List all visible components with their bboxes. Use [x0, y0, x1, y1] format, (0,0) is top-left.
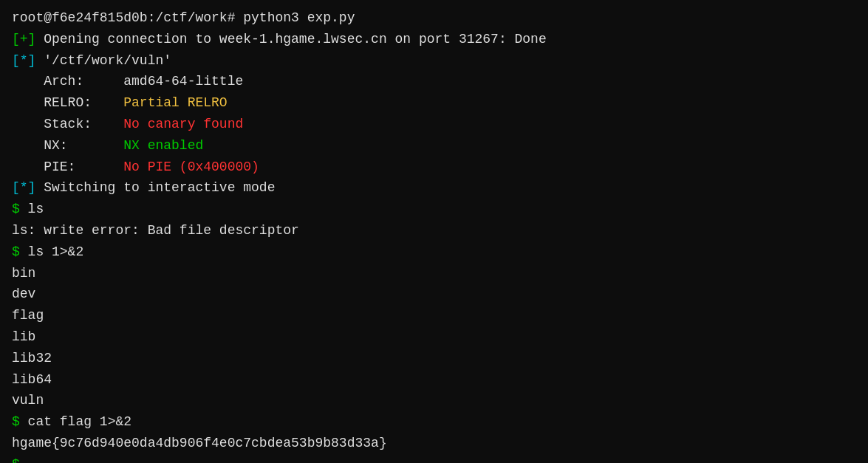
relro-line: RELRO: Partial RELRO	[12, 92, 856, 114]
stack-line: Stack: No canary found	[12, 114, 856, 135]
prompt-ls: $ ls	[12, 199, 856, 220]
dir-vuln: vuln	[12, 390, 856, 411]
cmd-line: root@f6e24f815d0b:/ctf/work# python3 exp…	[12, 7, 856, 29]
dir-lib64: lib64	[12, 369, 856, 391]
flag-output: hgame{9c76d940e0da4db906f4e0c7cbdea53b9b…	[12, 433, 856, 454]
dir-lib: lib	[12, 326, 856, 348]
dir-flag: flag	[12, 305, 856, 326]
dir-lib32: lib32	[12, 348, 856, 369]
ls-error: ls: write error: Bad file descriptor	[12, 220, 856, 241]
prompt-ls-redirect: $ ls 1>&2	[12, 241, 856, 263]
prompt-cat-flag: $ cat flag 1>&2	[12, 411, 856, 433]
nx-line: NX: NX enabled	[12, 135, 856, 157]
pie-line: PIE: No PIE (0x400000)	[12, 157, 856, 178]
arch-line: Arch: amd64-64-little	[12, 71, 856, 92]
opening-connection: [+] Opening connection to week-1.hgame.l…	[12, 29, 856, 50]
switching-mode: [*] Switching to interactive mode	[12, 177, 856, 199]
vuln-path: [*] '/ctf/work/vuln'	[12, 50, 856, 72]
final-prompt: $	[12, 454, 856, 463]
terminal: root@f6e24f815d0b:/ctf/work# python3 exp…	[12, 7, 856, 456]
dir-dev: dev	[12, 284, 856, 305]
dir-bin: bin	[12, 263, 856, 284]
